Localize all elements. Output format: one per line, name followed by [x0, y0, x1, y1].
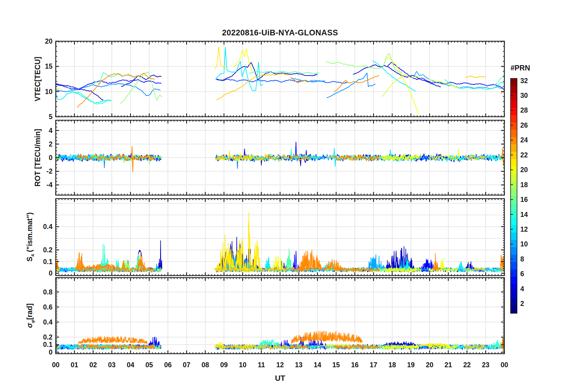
series-line: [56, 88, 60, 89]
colorbar-tick-label: 22: [520, 151, 528, 159]
x-tick-label: 21: [444, 361, 452, 369]
x-tick-label: 16: [351, 361, 359, 369]
colorbar-tick-label: 14: [520, 211, 528, 218]
y-tick-label: 20: [45, 37, 53, 45]
colorbar-tick-label: 8: [520, 255, 524, 263]
event-trace: [366, 255, 386, 270]
x-tick-label: 08: [201, 361, 209, 369]
y-tick-label: 0.1: [43, 258, 53, 266]
x-tick-label: 20: [426, 361, 434, 369]
y-tick-label: -4: [47, 181, 53, 189]
figure-root: 5101520-4-202400.10.20.400.10.20.40.60.8…: [0, 0, 561, 392]
x-tick-label: 19: [407, 361, 415, 369]
x-tick-label: 23: [482, 361, 490, 369]
y-axis-label-vtec: VTEC[TECU]: [33, 57, 42, 101]
series-line: [216, 79, 347, 83]
y-tick-label: 5: [49, 113, 53, 121]
event-trace: [286, 249, 294, 270]
x-tick-label: 22: [463, 361, 471, 369]
x-tick-label: 12: [276, 361, 284, 369]
colorbar-tick-label: 24: [520, 136, 528, 144]
y-tick-label: 0.8: [43, 288, 53, 296]
colorbar-tick-label: 6: [520, 270, 524, 278]
series-line: [465, 76, 486, 78]
series-line: [56, 84, 104, 100]
y-tick-label: -2: [47, 167, 53, 175]
event-trace: [265, 257, 270, 270]
event-trace: [56, 259, 59, 270]
x-tick-label: 00: [52, 361, 60, 369]
series-line: [216, 73, 289, 100]
x-axis-label: UT: [56, 374, 504, 383]
colorbar-tick-label: 16: [520, 196, 528, 203]
x-tick-label: 17: [370, 361, 378, 369]
event-trace: [78, 336, 147, 345]
series-line: [334, 75, 379, 92]
x-tick-label: 05: [145, 361, 153, 369]
ylabel-text: [rad]: [25, 303, 34, 320]
ylabel-text: VTEC[TECU]: [33, 57, 42, 101]
y-axis-label-s4: S4 ("ism.mat"): [25, 212, 35, 261]
ylabel-text: ("ism.mat"): [25, 212, 34, 254]
event-trace: [251, 241, 262, 270]
x-tick-label: 15: [332, 361, 340, 369]
x-tick-label: 11: [258, 361, 265, 369]
series-line: [382, 75, 421, 97]
colorbar-title: #PRN: [501, 64, 540, 72]
colorbar-tick-label: 30: [520, 92, 528, 99]
event-trace: [291, 331, 362, 345]
ylabel-text: ROT [TECU/min]: [33, 129, 42, 187]
series-line: [327, 73, 375, 98]
event-trace: [159, 241, 162, 270]
x-tick-label: 01: [71, 361, 78, 369]
colorbar-tick-label: 26: [520, 121, 528, 129]
colorbar-tick-label: 28: [520, 106, 528, 114]
y-tick-label: 10: [45, 88, 53, 95]
event-trace: [76, 252, 85, 270]
y-tick-label: 15: [45, 62, 53, 70]
x-tick-label: 04: [127, 361, 134, 369]
colorbar-tick-label: 20: [520, 166, 528, 174]
y-tick-label: 4: [49, 127, 53, 134]
x-tick-label: 09: [220, 361, 228, 369]
y-axis-label-rot: ROT [TECU/min]: [33, 129, 42, 187]
x-tick-label: 10: [239, 361, 247, 369]
y-tick-label: 0.2: [43, 333, 53, 341]
event-trace: [297, 250, 323, 270]
colorbar-tick-label: 4: [520, 285, 524, 293]
x-tick-label: 00: [501, 361, 508, 369]
rot-spike: [502, 148, 503, 158]
x-tick-label: 13: [295, 361, 303, 369]
phi-subscript: φ: [30, 320, 35, 323]
y-tick-label: 0.1: [43, 341, 53, 348]
y-tick-label: 0: [49, 348, 53, 356]
x-tick-label: 03: [108, 361, 116, 369]
y-tick-label: 0.4: [43, 223, 53, 230]
colorbar-tick-label: 18: [520, 181, 528, 189]
y-tick-label: 0.4: [43, 318, 53, 326]
series-line: [353, 65, 441, 87]
series-line: [77, 73, 155, 108]
x-tick-label: 07: [183, 361, 191, 369]
y-tick-label: 2: [49, 140, 53, 148]
ylabel-subscript: 4: [30, 254, 35, 257]
rot-spike: [132, 158, 133, 172]
x-tick-label: 02: [89, 361, 97, 369]
x-tick-label: 14: [314, 361, 321, 369]
colorbar-tick-label: 2: [520, 300, 524, 307]
y-axis-label-sigma-phi: σφ[rad]: [25, 303, 35, 328]
y-tick-label: 0.6: [43, 303, 53, 311]
colorbar-tick-label: 32: [520, 77, 528, 85]
x-tick-label: 18: [388, 361, 396, 369]
y-tick-label: 0: [49, 154, 53, 162]
x-tick-label: 06: [164, 361, 172, 369]
ylabel-text: S: [25, 257, 34, 262]
series-line: [414, 71, 504, 89]
series-line: [120, 72, 163, 103]
event-trace: [120, 259, 130, 270]
colorbar-tick-label: 10: [520, 240, 528, 248]
y-tick-label: 0.2: [43, 246, 53, 254]
event-trace: [271, 256, 285, 270]
chart-title: 20220816-UiB-NYA-GLONASS: [56, 28, 504, 37]
colorbar-tick-label: 12: [520, 225, 528, 233]
